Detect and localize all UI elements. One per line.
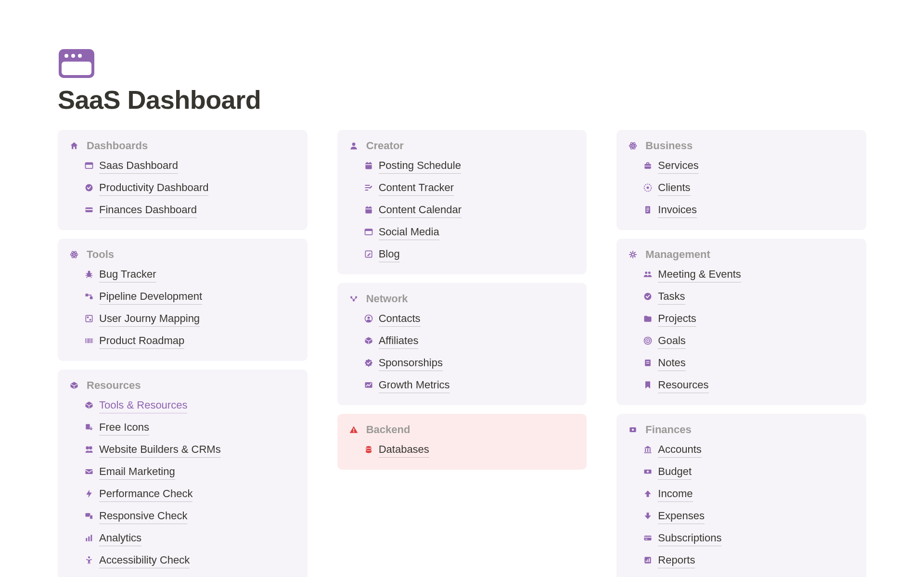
link-projects[interactable]: Projects (627, 309, 856, 328)
svg-rect-102 (645, 539, 647, 539)
link-pipeline-development[interactable]: Pipeline Development (68, 287, 297, 306)
card-header[interactable]: Finances (627, 423, 856, 436)
link-analytics[interactable]: Analytics (68, 528, 297, 548)
card-header[interactable]: Business (627, 140, 856, 152)
svg-rect-72 (646, 208, 649, 208)
link-user-journy-mapping[interactable]: User Journy Mapping (68, 309, 297, 328)
svg-point-84 (645, 271, 648, 274)
link-growth-metrics[interactable]: Growth Metrics (348, 375, 577, 395)
atom-icon (68, 249, 80, 260)
card-header[interactable]: Resources (68, 379, 297, 392)
link-expenses[interactable]: Expenses (627, 506, 856, 526)
link-clients[interactable]: Clients (627, 178, 856, 197)
link-resources[interactable]: Resources (627, 375, 856, 395)
link-saas-dashboard[interactable]: Saas Dashboard (68, 156, 297, 175)
people-icon (642, 269, 653, 280)
card-header[interactable]: Network (348, 293, 577, 305)
link-meeting-events[interactable]: Meeting & Events (627, 265, 856, 284)
link-content-calendar[interactable]: Content Calendar (348, 200, 577, 219)
svg-point-100 (647, 471, 649, 473)
link-affiliates[interactable]: Affiliates (348, 331, 577, 350)
bolt-icon (84, 488, 94, 499)
link-bug-tracker[interactable]: Bug Tracker (68, 265, 297, 284)
svg-point-28 (86, 446, 89, 449)
svg-line-81 (630, 256, 631, 257)
invoice-icon (642, 205, 653, 215)
svg-rect-103 (644, 537, 652, 538)
link-label: Projects (658, 310, 696, 327)
svg-rect-107 (649, 558, 650, 562)
link-label: Email Marketing (99, 463, 175, 480)
card-header[interactable]: Dashboards (68, 140, 297, 152)
link-services[interactable]: Services (627, 156, 856, 175)
svg-rect-35 (90, 535, 92, 541)
link-label: Website Builders & CRMs (99, 441, 221, 458)
link-label: Contacts (379, 310, 421, 327)
contact-icon (363, 313, 374, 324)
svg-point-36 (88, 556, 90, 558)
folder-icon (642, 313, 653, 324)
link-finances-dashboard[interactable]: Finances Dashboard (68, 200, 297, 219)
card-header[interactable]: Tools (68, 248, 297, 261)
link-budget[interactable]: Budget (627, 462, 856, 481)
clients-icon (642, 182, 653, 193)
link-label: Accounts (658, 441, 702, 458)
svg-rect-20 (90, 319, 91, 321)
link-contacts[interactable]: Contacts (348, 309, 577, 328)
link-tools-resources[interactable]: Tools & Resources (68, 396, 297, 415)
link-free-icons[interactable]: Free Icons (68, 418, 297, 437)
link-subscriptions[interactable]: Subscriptions (627, 528, 856, 548)
link-notes[interactable]: Notes (627, 353, 856, 372)
link-content-tracker[interactable]: Content Tracker (348, 178, 577, 197)
card-header-label: Finances (645, 423, 691, 436)
link-accessibility-check[interactable]: Accessibility Check (68, 551, 297, 570)
card-header-label: Backend (366, 423, 411, 436)
link-reports[interactable]: Reports (627, 551, 856, 570)
svg-rect-106 (648, 559, 649, 562)
link-posting-schedule[interactable]: Posting Schedule (348, 156, 577, 175)
link-responsive-check[interactable]: Responsive Check (68, 506, 297, 526)
svg-rect-25 (91, 338, 92, 343)
check-circle-icon (642, 291, 653, 302)
link-label: Content Tracker (379, 180, 454, 196)
card-header[interactable]: Backend (348, 423, 577, 436)
link-accounts[interactable]: Accounts (627, 440, 856, 459)
svg-rect-68 (645, 166, 651, 166)
arrow-down-icon (642, 511, 653, 521)
svg-rect-101 (644, 536, 652, 540)
link-label: Databases (379, 441, 429, 458)
svg-rect-57 (353, 429, 354, 431)
svg-point-3 (71, 54, 75, 58)
svg-rect-46 (370, 206, 371, 208)
link-income[interactable]: Income (627, 484, 856, 503)
card-header[interactable]: Management (627, 248, 856, 261)
link-label: Subscriptions (658, 530, 721, 546)
link-productivity-dashboard[interactable]: Productivity Dashboard (68, 178, 297, 197)
link-social-media[interactable]: Social Media (348, 222, 577, 242)
card-header[interactable]: Creator (348, 140, 577, 152)
link-email-marketing[interactable]: Email Marketing (68, 462, 297, 481)
card-header-label: Creator (366, 140, 404, 152)
link-tasks[interactable]: Tasks (627, 287, 856, 306)
link-databases[interactable]: Databases (348, 440, 577, 459)
card-network: NetworkContactsAffiliatesSponsorshipsGro… (337, 283, 587, 405)
link-invoices[interactable]: Invoices (627, 200, 856, 219)
browser-icon (363, 227, 374, 237)
card-header-label: Resources (87, 379, 141, 392)
link-product-roadmap[interactable]: Product Roadmap (68, 331, 297, 350)
svg-rect-47 (365, 209, 372, 210)
link-sponsorships[interactable]: Sponsorships (348, 353, 577, 372)
link-website-builders-crms[interactable]: Website Builders & CRMs (68, 440, 297, 459)
svg-rect-40 (367, 162, 368, 164)
builders-icon (84, 444, 94, 455)
svg-point-89 (647, 340, 649, 342)
svg-point-7 (86, 184, 93, 192)
svg-rect-30 (86, 469, 93, 474)
svg-rect-22 (87, 338, 88, 343)
link-performance-check[interactable]: Performance Check (68, 484, 297, 503)
link-goals[interactable]: Goals (627, 331, 856, 350)
link-blog[interactable]: Blog (348, 244, 577, 264)
svg-point-85 (648, 271, 651, 274)
user-icon (348, 140, 359, 152)
page-title: SaaS Dashboard (58, 85, 866, 115)
